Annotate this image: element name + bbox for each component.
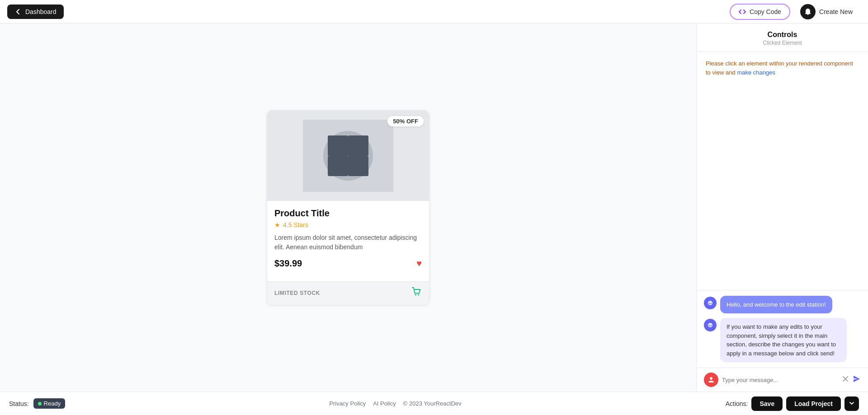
product-body: Product Title ★ 4.5 Stars Lorem ipsum do…: [267, 201, 429, 281]
svg-rect-4: [328, 135, 348, 156]
topbar-right: Copy Code Create New: [730, 0, 861, 23]
controls-subtitle: Clicked Element: [706, 40, 859, 46]
close-chat-button[interactable]: [842, 375, 849, 384]
user-avatar: [704, 373, 718, 387]
statusbar: Status: Ready Privacy Policy AI Policy ©…: [0, 392, 868, 415]
heart-icon[interactable]: ♥: [416, 258, 422, 269]
main-area: 50% OFF Product Title ★ 4.5 Stars Lorem …: [0, 23, 868, 392]
svg-rect-6: [328, 156, 348, 176]
product-title: Product Title: [274, 208, 422, 219]
stock-label: LIMITED STOCK: [274, 290, 320, 296]
chat-message-2: If you want to make any edits to your co…: [704, 318, 861, 362]
topbar-left: Dashboard: [7, 5, 64, 19]
actions-label: Actions:: [726, 400, 748, 407]
make-changes-link: make changes: [737, 69, 775, 76]
chat-input[interactable]: [722, 377, 838, 383]
svg-rect-7: [348, 156, 368, 176]
chat-bubble-2: If you want to make any edits to your co…: [720, 318, 847, 362]
product-price-row: $39.99 ♥: [274, 258, 422, 274]
status-value: Ready: [44, 400, 61, 407]
product-card: 50% OFF Product Title ★ 4.5 Stars Lorem …: [267, 110, 429, 305]
status-label: Status:: [9, 400, 29, 407]
product-image-placeholder: [303, 120, 393, 192]
send-message-button[interactable]: [853, 375, 861, 385]
chat-area: Hello, and welcome to the edit station! …: [697, 290, 868, 368]
svg-point-10: [708, 301, 712, 305]
actions-right: Actions: Save Load Project: [726, 396, 859, 411]
controls-header: Controls Clicked Element: [697, 23, 868, 52]
save-button[interactable]: Save: [751, 396, 783, 411]
product-description: Lorem ipsum dolor sit amet, consectetur …: [274, 233, 422, 252]
dashboard-button[interactable]: Dashboard: [7, 5, 64, 19]
controls-panel: Controls Clicked Element Please click an…: [696, 23, 868, 392]
create-new-button[interactable]: Create New: [792, 0, 861, 23]
chat-avatar-2: [704, 319, 717, 331]
product-image-container: 50% OFF: [267, 111, 429, 201]
product-rating: ★ 4.5 Stars: [274, 221, 422, 228]
ai-policy-link[interactable]: AI Policy: [373, 400, 396, 407]
status-badge: Ready: [33, 398, 66, 409]
controls-notice: Please click an element within your rend…: [706, 59, 859, 77]
privacy-policy-link[interactable]: Privacy Policy: [329, 400, 366, 407]
preview-area: 50% OFF Product Title ★ 4.5 Stars Lorem …: [0, 23, 696, 392]
copyright-text: © 2023 YourReactDev: [403, 400, 462, 407]
actions-dropdown-button[interactable]: [844, 396, 859, 411]
arrow-left-icon: [14, 8, 22, 15]
create-new-icon-bg: [800, 4, 816, 19]
star-icon: ★: [274, 221, 280, 228]
status-left: Status: Ready: [9, 398, 65, 409]
chat-input-area: [697, 368, 868, 392]
chat-message-1: Hello, and welcome to the edit station!: [704, 296, 861, 314]
chat-actions: [842, 375, 861, 385]
svg-point-8: [415, 294, 416, 295]
discount-badge: 50% OFF: [387, 116, 424, 126]
product-price: $39.99: [274, 258, 302, 269]
copy-code-button[interactable]: Copy Code: [730, 4, 790, 20]
svg-point-11: [708, 323, 712, 327]
product-footer: LIMITED STOCK: [267, 281, 429, 305]
chat-bubble-1: Hello, and welcome to the edit station!: [720, 296, 832, 314]
svg-point-9: [418, 294, 420, 295]
cart-icon[interactable]: [412, 287, 422, 299]
status-dot: [38, 402, 42, 406]
controls-title: Controls: [706, 31, 859, 39]
svg-rect-5: [348, 135, 368, 156]
code-icon: [739, 8, 746, 15]
topbar: Dashboard Copy Code Create New: [0, 0, 868, 23]
footer-links: Privacy Policy AI Policy © 2023 YourReac…: [329, 400, 461, 407]
controls-info: Please click an element within your rend…: [697, 52, 868, 290]
load-project-button[interactable]: Load Project: [786, 396, 841, 411]
bell-icon: [804, 8, 812, 16]
chat-avatar-1: [704, 297, 717, 309]
